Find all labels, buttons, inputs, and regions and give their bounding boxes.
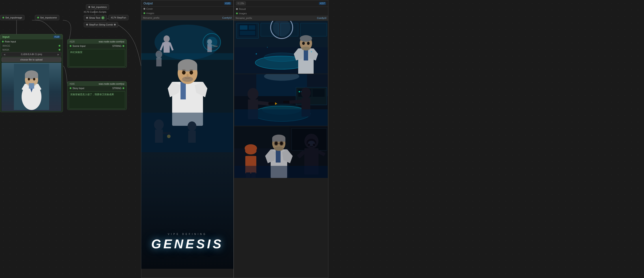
mask-label: MASK [2, 48, 9, 51]
set-inputimage-label: Set_inputimage [5, 16, 22, 19]
set-inputimage-node: Set_inputimage [0, 15, 24, 20]
was-node-2-header: #166 was-node-suite-comfyui [68, 82, 126, 86]
svg-rect-34 [178, 65, 197, 70]
svg-rect-83 [312, 89, 325, 97]
svg-point-35 [182, 71, 186, 75]
inputimage-connector [2, 17, 4, 18]
movie-subtitle: VIPE DEFINING [141, 233, 234, 235]
svg-point-47 [206, 37, 217, 48]
stepfun-node: #174 StepFun [108, 15, 128, 20]
svg-point-26 [156, 51, 162, 58]
svg-rect-75 [234, 21, 328, 74]
svg-point-12 [33, 78, 35, 81]
person-silhouette [2, 63, 61, 111]
scene-textarea[interactable]: 科幻实验室 [69, 49, 125, 67]
result-image-1 [234, 21, 328, 74]
result-images-section: images [234, 11, 328, 16]
result-node-id: #157 [319, 2, 326, 5]
show-text-connector [86, 17, 88, 19]
cover-connector [144, 8, 145, 10]
svg-rect-7 [25, 75, 38, 78]
svg-point-11 [28, 78, 30, 81]
cover-label: Cover [146, 7, 153, 10]
output-node-id: #183 [224, 2, 231, 5]
image-connector-right [59, 45, 60, 47]
string-connector-2 [122, 87, 124, 89]
image-filename-row[interactable]: ◀ 生成角色头像 (1).jpeg ▶ [2, 52, 61, 57]
result-images-container [234, 20, 328, 178]
svg-point-37 [186, 74, 189, 77]
movie-title-section: VIPE DEFINING GENESIS [141, 233, 234, 251]
custom-scripts-label: #176 Custom-Scripts [84, 10, 106, 13]
string-connector-1 [122, 45, 124, 47]
show-text-node: Show Text ✓ [84, 15, 107, 21]
story-input-label: Story Input [72, 87, 84, 90]
svg-rect-129 [234, 166, 328, 178]
was-node-1-label: was-node-suite-comfyui [99, 40, 124, 43]
story-textarea[interactable]: 实验室被恶意入侵了，我要保卫实验成果 [69, 91, 125, 109]
stepfun-string-label: StepFun String Combi [89, 23, 113, 26]
svg-rect-94 [283, 101, 290, 103]
input-node-id: #110 [53, 35, 60, 38]
svg-rect-27 [156, 58, 162, 66]
person-svg [14, 64, 49, 110]
result-comfyui-badge: ComfyUI [317, 17, 326, 19]
arrow-right-icon: ▶ [58, 53, 59, 56]
svg-rect-14 [29, 83, 34, 89]
svg-rect-25 [141, 53, 234, 60]
svg-rect-18 [164, 42, 170, 53]
scene-input-label: Scene Input [72, 45, 86, 47]
svg-point-36 [190, 71, 193, 75]
string-label-2: STRING [112, 87, 122, 90]
svg-point-84 [299, 91, 300, 92]
story-connector [70, 87, 72, 89]
images-label: images [146, 12, 154, 14]
result-image-2 [234, 74, 328, 126]
svg-point-17 [164, 35, 170, 42]
result-filename-prefix: filename_prefix [236, 17, 252, 19]
cover-section: Cover [141, 6, 234, 11]
image-filename: 生成角色头像 (1).jpeg [21, 53, 42, 56]
output-panel: Output #183 Cover images filename_prefix… [141, 0, 234, 278]
result-images-label: images [239, 12, 246, 15]
choose-file-button[interactable]: choose file to upload [2, 57, 61, 62]
images-section: images [141, 11, 234, 15]
svg-rect-45 [141, 113, 234, 152]
inputscene-connector [37, 17, 39, 18]
custom-scripts-container: #176 Custom-Scripts [84, 10, 106, 14]
set-inputscene-label: Set_inputscene [40, 16, 57, 19]
image-label: IMAGE [2, 44, 10, 47]
result-images-connector [236, 12, 238, 14]
node-connector-dot [88, 6, 90, 8]
result-panel: 0.128s #157 Result images filename_prefi… [234, 0, 328, 278]
show-text-label: Show Text [89, 16, 100, 19]
images-connector [144, 12, 145, 14]
output-title: Output [144, 1, 153, 5]
svg-point-38 [182, 77, 193, 82]
role-input-label: Role Input [5, 40, 16, 43]
result-img-3-svg [234, 126, 328, 178]
result-label: Result [239, 8, 246, 10]
role-input-section: Role Input [0, 39, 62, 44]
stepfun-string-connector [86, 24, 88, 25]
svg-rect-29 [180, 82, 186, 99]
svg-rect-95 [234, 109, 328, 126]
stepfun-string-node: StepFun String Combi [84, 22, 118, 27]
role-connector [2, 41, 4, 42]
scene-input-section: Scene Input STRING [68, 44, 126, 48]
filename-bar: filename_prefix ComfyUI [141, 15, 234, 20]
arrow-left-icon: ◀ [4, 53, 5, 56]
time-badge: 0.128s [236, 1, 246, 5]
result-label-section: Result [234, 7, 328, 11]
story-text: 实验室被恶意入侵了，我要保卫实验成果 [70, 93, 114, 96]
mask-connector-right [59, 49, 60, 51]
show-text-icon: ✓ [102, 16, 104, 19]
movie-poster-area: VIPE DEFINING GENESIS [141, 20, 234, 269]
input-node-header: Input #110 [0, 34, 62, 39]
stepfun-string-connector-right [114, 24, 116, 25]
set-inputstory-label: Set_inputstory [91, 6, 107, 8]
story-input-section: Story Input STRING [68, 86, 126, 90]
set-inputstory-node: Set_inputstory [86, 4, 109, 10]
was-node-1-id: #120 [70, 40, 74, 43]
scene-text: 科幻实验室 [70, 51, 82, 53]
